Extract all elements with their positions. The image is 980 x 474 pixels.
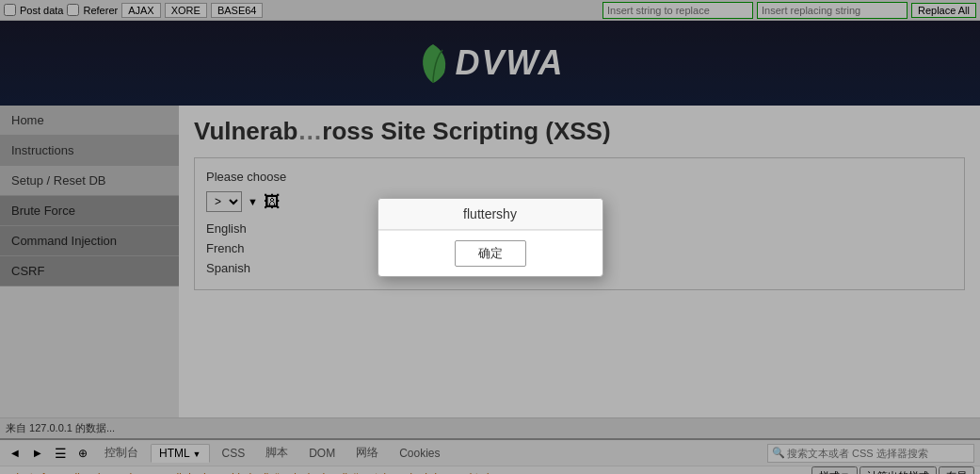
modal-title-bar: fluttershy bbox=[378, 199, 602, 230]
modal-confirm-btn[interactable]: 确定 bbox=[455, 240, 526, 267]
modal-overlay: fluttershy 确定 bbox=[0, 0, 980, 474]
modal-dialog: fluttershy 确定 bbox=[378, 198, 603, 277]
modal-title-text: fluttershy bbox=[463, 206, 517, 221]
modal-btn-row: 确定 bbox=[378, 230, 602, 276]
